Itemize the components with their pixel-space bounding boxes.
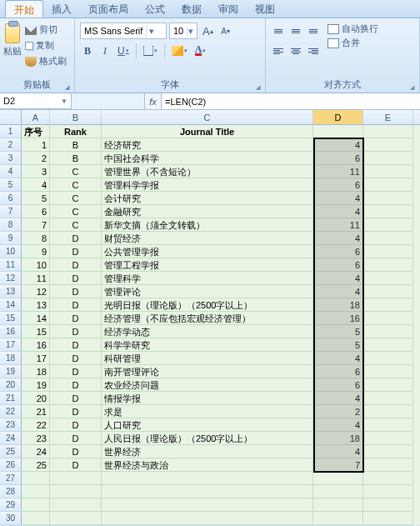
- row-header[interactable]: 28: [0, 485, 22, 498]
- cell[interactable]: [50, 512, 102, 525]
- cell[interactable]: [313, 512, 363, 525]
- tab-data[interactable]: 数据: [173, 0, 210, 18]
- cell[interactable]: D: [50, 458, 102, 472]
- cell[interactable]: D: [50, 325, 102, 338]
- cell[interactable]: 6: [313, 258, 363, 272]
- col-header-b[interactable]: B: [50, 110, 102, 124]
- row-header[interactable]: 12: [0, 272, 22, 285]
- cell[interactable]: 24: [22, 445, 50, 458]
- cell[interactable]: [313, 125, 363, 138]
- name-box[interactable]: D2▼: [0, 93, 72, 109]
- row-header[interactable]: 18: [0, 352, 22, 365]
- row-header[interactable]: 21: [0, 392, 22, 405]
- fx-icon[interactable]: fx: [145, 93, 162, 109]
- cell[interactable]: D: [50, 312, 102, 325]
- cell[interactable]: 4: [313, 392, 363, 405]
- row-header[interactable]: 3: [0, 152, 22, 165]
- cell[interactable]: [363, 298, 413, 312]
- cell[interactable]: 22: [22, 418, 50, 432]
- align-middle-button[interactable]: [288, 23, 303, 39]
- row-header[interactable]: 15: [0, 312, 22, 325]
- fill-color-button[interactable]: ▾: [169, 43, 190, 59]
- row-header[interactable]: 26: [0, 458, 22, 472]
- row-header[interactable]: 30: [0, 512, 22, 525]
- cell[interactable]: 4: [22, 178, 50, 192]
- row-header[interactable]: 1: [0, 125, 22, 138]
- col-header-c[interactable]: C: [102, 110, 313, 124]
- cell[interactable]: 农业经济问题: [102, 378, 313, 392]
- row-header[interactable]: 25: [0, 445, 22, 458]
- cell[interactable]: 21: [22, 405, 50, 418]
- cell[interactable]: B: [50, 152, 102, 165]
- cell[interactable]: 经济学动态: [102, 325, 313, 338]
- cell[interactable]: [363, 205, 413, 218]
- col-header-a[interactable]: A: [22, 110, 50, 124]
- row-header[interactable]: 16: [0, 325, 22, 338]
- cell[interactable]: [363, 312, 413, 325]
- cell[interactable]: 财贸经济: [102, 232, 313, 245]
- formula-input[interactable]: =LEN(C2): [162, 93, 420, 109]
- cell[interactable]: 5: [313, 325, 363, 338]
- cell[interactable]: 人口研究: [102, 418, 313, 432]
- row-header[interactable]: 24: [0, 432, 22, 445]
- cell[interactable]: 18: [313, 432, 363, 445]
- cell[interactable]: 管理科学: [102, 272, 313, 285]
- cell[interactable]: 6: [313, 365, 363, 378]
- cell[interactable]: 4: [313, 352, 363, 365]
- decrease-font-button[interactable]: A▾: [218, 23, 233, 39]
- cell[interactable]: [50, 498, 102, 512]
- align-left-button[interactable]: [271, 43, 286, 59]
- cell[interactable]: [102, 498, 313, 512]
- cell[interactable]: [363, 472, 413, 485]
- cell[interactable]: 人民日报（理论版）（2500字以上）: [102, 432, 313, 445]
- cell[interactable]: [363, 232, 413, 245]
- cell[interactable]: D: [50, 338, 102, 352]
- cut-button[interactable]: 剪切: [23, 23, 68, 37]
- tab-review[interactable]: 审阅: [210, 0, 247, 18]
- tab-formulas[interactable]: 公式: [137, 0, 173, 18]
- cell[interactable]: 5: [22, 192, 50, 205]
- cell[interactable]: D: [50, 232, 102, 245]
- paste-icon[interactable]: [5, 23, 20, 43]
- cell[interactable]: [363, 338, 413, 352]
- cell[interactable]: D: [50, 365, 102, 378]
- tab-view[interactable]: 视图: [247, 0, 283, 18]
- cell[interactable]: 4: [313, 285, 363, 298]
- cell[interactable]: [363, 512, 413, 525]
- cell[interactable]: [22, 472, 50, 485]
- cell[interactable]: C: [50, 205, 102, 218]
- font-size-combo[interactable]: 10▾: [169, 23, 198, 39]
- tab-home[interactable]: 开始: [5, 0, 43, 18]
- align-right-button[interactable]: [306, 43, 321, 59]
- cell[interactable]: 4: [313, 205, 363, 218]
- cell[interactable]: 15: [22, 325, 50, 338]
- row-header[interactable]: 17: [0, 338, 22, 352]
- cell[interactable]: 16: [313, 312, 363, 325]
- cell[interactable]: D: [50, 352, 102, 365]
- cell[interactable]: [363, 165, 413, 178]
- cell[interactable]: 世界经济: [102, 445, 313, 458]
- cell[interactable]: 2: [313, 405, 363, 418]
- cell[interactable]: 5: [313, 338, 363, 352]
- cell[interactable]: 13: [22, 298, 50, 312]
- cell[interactable]: 7: [313, 458, 363, 472]
- cell[interactable]: 19: [22, 378, 50, 392]
- cell[interactable]: 中国社会科学: [102, 152, 313, 165]
- paste-button[interactable]: 粘贴: [3, 45, 22, 58]
- cell[interactable]: [102, 485, 313, 498]
- cell[interactable]: [363, 392, 413, 405]
- row-header[interactable]: 22: [0, 405, 22, 418]
- cell[interactable]: 23: [22, 432, 50, 445]
- cell[interactable]: 科学学研究: [102, 338, 313, 352]
- row-header[interactable]: 13: [0, 285, 22, 298]
- row-header[interactable]: 2: [0, 138, 22, 152]
- cell[interactable]: 管理工程学报: [102, 258, 313, 272]
- cell[interactable]: 7: [22, 218, 50, 232]
- cell[interactable]: D: [50, 418, 102, 432]
- cell[interactable]: 11: [313, 218, 363, 232]
- cell[interactable]: [50, 472, 102, 485]
- row-header[interactable]: 8: [0, 218, 22, 232]
- cell[interactable]: D: [50, 258, 102, 272]
- cell[interactable]: C: [50, 218, 102, 232]
- cell[interactable]: D: [50, 245, 102, 258]
